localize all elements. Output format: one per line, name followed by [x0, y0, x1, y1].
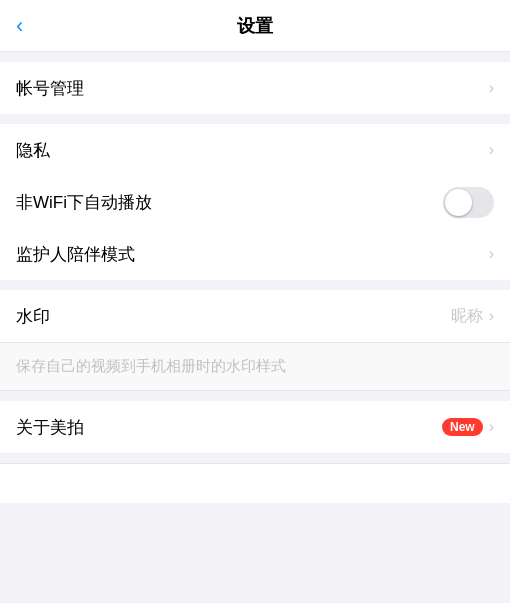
- non-wifi-right: [443, 187, 494, 218]
- back-chevron-icon: ‹: [16, 15, 23, 37]
- guardian-mode-label: 监护人陪伴模式: [16, 243, 135, 266]
- watermark-right: 昵称 ›: [451, 306, 494, 327]
- guardian-mode-right: ›: [489, 245, 494, 263]
- account-management-label: 帐号管理: [16, 77, 84, 100]
- section-gap-1: [0, 52, 510, 62]
- account-management-right: ›: [489, 79, 494, 97]
- privacy-right: ›: [489, 141, 494, 159]
- watermark-value-text: 昵称: [451, 306, 483, 327]
- privacy-label: 隐私: [16, 139, 50, 162]
- section-privacy: 隐私 › 非WiFi下自动播放 监护人陪伴模式 ›: [0, 124, 510, 280]
- watermark-chevron-icon: ›: [489, 307, 494, 325]
- watermark-hint-row: 保存自己的视频到手机相册时的水印样式: [0, 342, 510, 391]
- watermark-hint-text: 保存自己的视频到手机相册时的水印样式: [16, 357, 286, 374]
- account-management-item[interactable]: 帐号管理 ›: [0, 62, 510, 114]
- section-gap-4: [0, 391, 510, 401]
- section-watermark: 水印 昵称 › 保存自己的视频到手机相册时的水印样式: [0, 290, 510, 391]
- privacy-chevron-icon: ›: [489, 141, 494, 159]
- bottom-gap: [0, 453, 510, 463]
- page-title: 设置: [237, 14, 273, 38]
- about-label: 关于美拍: [16, 416, 84, 439]
- section-account: 帐号管理 ›: [0, 62, 510, 114]
- guardian-chevron-icon: ›: [489, 245, 494, 263]
- section-gap-2: [0, 114, 510, 124]
- page-header: ‹ 设置: [0, 0, 510, 52]
- watermark-item[interactable]: 水印 昵称 ›: [0, 290, 510, 342]
- about-right: New ›: [442, 418, 494, 436]
- non-wifi-label: 非WiFi下自动播放: [16, 191, 152, 214]
- about-item[interactable]: 关于美拍 New ›: [0, 401, 510, 453]
- about-chevron-icon: ›: [489, 418, 494, 436]
- section-about: 关于美拍 New ›: [0, 401, 510, 453]
- guardian-mode-item[interactable]: 监护人陪伴模式 ›: [0, 228, 510, 280]
- non-wifi-toggle[interactable]: [443, 187, 494, 218]
- new-badge: New: [442, 418, 483, 436]
- back-button[interactable]: ‹: [16, 15, 23, 37]
- non-wifi-item[interactable]: 非WiFi下自动播放: [0, 176, 510, 228]
- account-chevron-icon: ›: [489, 79, 494, 97]
- watermark-label: 水印: [16, 305, 50, 328]
- privacy-item[interactable]: 隐私 ›: [0, 124, 510, 176]
- bottom-bar: [0, 463, 510, 503]
- section-gap-3: [0, 280, 510, 290]
